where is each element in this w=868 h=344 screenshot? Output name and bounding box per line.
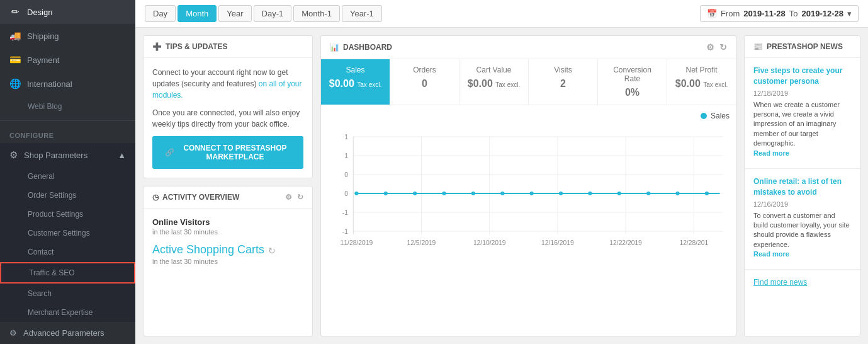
visits-value: 2 <box>535 78 591 89</box>
svg-text:12/22/2019: 12/22/2019 <box>609 239 642 246</box>
tips-icon: ➕ <box>152 42 162 51</box>
svg-point-27 <box>588 192 592 195</box>
shop-params-label: Shop Parameters <box>24 151 87 160</box>
tips-para2: Once you are connected, you will also en… <box>152 107 303 130</box>
sidebar-blog-label: Webi Blog <box>28 102 62 111</box>
tab-month-1[interactable]: Month-1 <box>293 5 340 22</box>
read-more-1[interactable]: Read more <box>753 149 851 158</box>
sales-amount: $0.00 <box>329 78 354 89</box>
sidebar-divider <box>0 120 135 121</box>
sidebar-item-international[interactable]: 🌐 International <box>0 72 135 96</box>
ao-header: ◷ ACTIVITY OVERVIEW ⚙ ↻ <box>144 186 312 209</box>
sidebar-item-payment[interactable]: 💳 Payment <box>0 48 135 72</box>
dashboard-icon: 📊 <box>330 43 339 52</box>
cart-label: Cart Value <box>466 66 522 74</box>
news-icon: 📰 <box>753 42 763 51</box>
dashboard-refresh-icon[interactable]: ↻ <box>719 42 727 52</box>
legend-dot <box>701 113 707 119</box>
stat-sales[interactable]: Sales $0.00 Tax excl. <box>321 59 390 105</box>
stats-row: Sales $0.00 Tax excl. Orders 0 Cart Valu… <box>321 59 736 105</box>
sidebar-item-search[interactable]: Search <box>0 284 135 303</box>
news-link-1[interactable]: Five steps to create your customer perso… <box>753 66 851 87</box>
sidebar-item-customer-settings[interactable]: Customer Settings <box>0 224 135 243</box>
svg-point-22 <box>442 192 446 195</box>
sidebar-item-general[interactable]: General <box>0 167 135 186</box>
design-icon: ✏ <box>9 6 21 18</box>
tab-year[interactable]: Year <box>218 5 251 22</box>
sidebar-item-design[interactable]: ✏ Design <box>0 0 135 24</box>
stat-orders[interactable]: Orders 0 <box>390 59 459 105</box>
globe-icon: 🌐 <box>9 78 21 89</box>
connect-label: CONNECT TO PRESTASHOP MARKETPLACE <box>179 144 291 161</box>
from-label: From <box>721 9 740 18</box>
ao-gear-icon[interactable]: ⚙ <box>285 193 292 202</box>
find-more: Find more news <box>745 270 860 294</box>
find-more-link[interactable]: Find more news <box>753 278 807 287</box>
svg-text:1: 1 <box>344 134 348 140</box>
read-more-2[interactable]: Read more <box>753 249 851 259</box>
chevron-up-icon: ▲ <box>118 151 126 160</box>
date-range-picker[interactable]: 📅 From 2019-11-28 To 2019-12-28 ▾ <box>700 5 859 22</box>
sidebar-item-merchant-expertise[interactable]: Merchant Expertise <box>0 303 135 322</box>
news-header: 📰 PRESTASHOP NEWS <box>745 36 860 58</box>
svg-text:-1: -1 <box>342 228 349 235</box>
shopping-carts-label: Active Shopping Carts <box>152 243 264 256</box>
news-item-1: Five steps to create your customer perso… <box>745 58 860 169</box>
sales-chart: 1 1 0 0 -1 -1 <box>327 124 730 250</box>
profit-value: $0.00 Tax excl. <box>674 78 730 89</box>
sidebar-item-shop-parameters[interactable]: ⚙ Shop Parameters ▲ <box>0 143 135 167</box>
svg-point-29 <box>646 192 650 195</box>
advanced-icon: ⚙ <box>9 328 17 338</box>
svg-point-28 <box>617 192 621 195</box>
news-item-2: Online retail: a list of ten mistakes to… <box>745 169 860 270</box>
ao-refresh-icon[interactable]: ↻ <box>297 193 303 202</box>
conversion-label: Conversion Rate <box>604 66 660 83</box>
sidebar-item-blog[interactable]: Webi Blog <box>0 96 135 117</box>
shopping-refresh-icon[interactable]: ↻ <box>268 246 276 256</box>
gear-icon: ⚙ <box>9 149 18 161</box>
activity-icon: ◷ <box>152 193 159 202</box>
sidebar-label-design: Design <box>27 8 52 17</box>
news-link-2[interactable]: Online retail: a list of ten mistakes to… <box>753 176 851 198</box>
sidebar-item-product-settings[interactable]: Product Settings <box>0 205 135 224</box>
svg-point-31 <box>705 192 709 195</box>
truck-icon: 🚚 <box>9 30 21 42</box>
shopping-carts-stat: Active Shopping Carts ↻ in the last 30 m… <box>152 243 303 265</box>
profit-amount: $0.00 <box>675 78 701 89</box>
tab-day[interactable]: Day <box>145 5 176 22</box>
sidebar-item-contact[interactable]: Contact <box>0 243 135 261</box>
tab-day-1[interactable]: Day-1 <box>254 5 292 22</box>
news-panel: 📰 PRESTASHOP NEWS Five steps to create y… <box>744 35 860 336</box>
stat-visits[interactable]: Visits 2 <box>529 59 598 105</box>
to-label: To <box>789 9 798 18</box>
svg-point-19 <box>354 192 358 195</box>
svg-text:12/16/2019: 12/16/2019 <box>541 239 574 246</box>
sidebar-item-advanced-parameters[interactable]: ⚙ Advanced Parameters <box>0 322 135 344</box>
news-excerpt-2: To convert a customer and build customer… <box>753 211 851 260</box>
conversion-value: 0% <box>604 87 660 98</box>
sidebar-label-shipping: Shipping <box>27 32 59 41</box>
svg-text:12/10/2019: 12/10/2019 <box>473 239 506 246</box>
svg-point-30 <box>675 192 679 195</box>
tips-title: TIPS & UPDATES <box>166 42 227 51</box>
stat-conversion[interactable]: Conversion Rate 0% <box>598 59 667 105</box>
sidebar-item-order-settings[interactable]: Order Settings <box>0 186 135 205</box>
chart-legend: Sales <box>327 112 730 120</box>
chart-area: Sales 1 <box>321 105 736 336</box>
dashboard-gear-icon[interactable]: ⚙ <box>706 42 714 52</box>
sidebar-item-traffic-seo[interactable]: Traffic & SEO <box>0 262 135 284</box>
tips-body: Connect to your account right now to get… <box>144 58 312 178</box>
dropdown-icon: ▾ <box>847 9 852 18</box>
tab-year-1[interactable]: Year-1 <box>342 5 382 22</box>
orders-value: 0 <box>397 78 453 89</box>
tab-month[interactable]: Month <box>178 5 217 22</box>
sidebar-item-shipping[interactable]: 🚚 Shipping <box>0 24 135 48</box>
stat-net-profit[interactable]: Net Profit $0.00 Tax excl. <box>667 59 736 105</box>
activity-overview-panel: ◷ ACTIVITY OVERVIEW ⚙ ↻ Online Visitors … <box>143 186 313 336</box>
connect-btn[interactable]: 🔗 CONNECT TO PRESTASHOP MARKETPLACE <box>152 136 303 169</box>
content-area: ➕ TIPS & UPDATES Connect to your account… <box>135 28 868 344</box>
calendar-icon: 📅 <box>707 9 717 18</box>
svg-text:0: 0 <box>344 190 348 197</box>
date-from: 2019-11-28 <box>743 9 786 18</box>
stat-cart-value[interactable]: Cart Value $0.00 Tax excl. <box>459 59 529 105</box>
